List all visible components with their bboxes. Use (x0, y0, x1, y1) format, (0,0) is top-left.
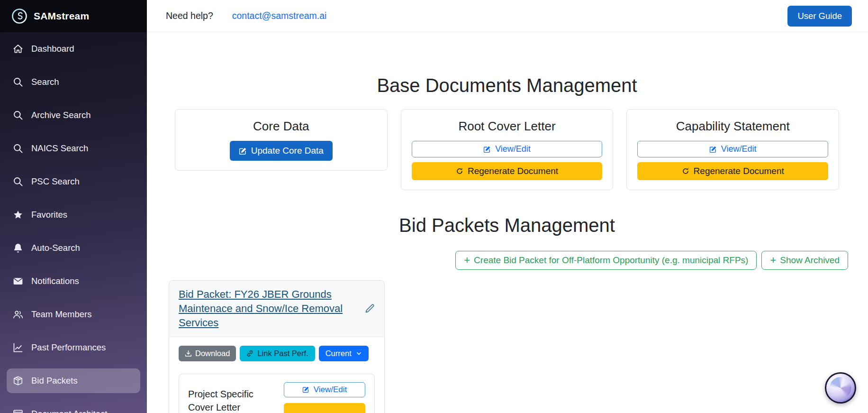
view-edit-label: View/Edit (495, 144, 531, 154)
content-container: Base Documents Management Core Data Upda… (166, 74, 848, 413)
project-cover-letter-buttons: View/Edit (284, 382, 365, 413)
contact-email-link[interactable]: contact@samstream.ai (232, 10, 327, 21)
bid-packet-body: Download Link Past Perf. Current (169, 337, 384, 413)
box-icon (13, 376, 23, 386)
download-label: Download (195, 349, 230, 358)
link-icon (246, 350, 253, 357)
refresh-icon (682, 167, 689, 175)
regenerate-label: Regenerate Document (468, 166, 558, 176)
search-icon (13, 110, 23, 120)
chart-icon (13, 342, 23, 353)
sidebar-item-label: Notifications (31, 276, 79, 286)
bid-packet-action-buttons: Download Link Past Perf. Current (179, 346, 375, 361)
core-data-card: Core Data Update Core Data (175, 109, 388, 171)
root-cover-letter-regenerate-button[interactable]: Regenerate Document (412, 162, 603, 180)
sidebar-item-past-performances[interactable]: Past Performances (0, 331, 147, 364)
plus-icon: + (464, 255, 470, 266)
brand[interactable]: SAMstream (0, 0, 147, 32)
refresh-icon (456, 167, 463, 175)
create-bid-packet-label: Create Bid Packet for Off-Platform Oppor… (474, 255, 748, 266)
project-cover-letter-view-edit-button[interactable]: View/Edit (284, 382, 365, 397)
plus-icon: + (770, 255, 776, 266)
core-data-card-title: Core Data (186, 119, 377, 134)
create-bid-packet-button[interactable]: + Create Bid Packet for Off-Platform Opp… (455, 251, 757, 270)
view-edit-label: View/Edit (721, 144, 757, 154)
sidebar-item-label: Auto-Search (31, 243, 80, 253)
sidebar-item-label: Dashboard (31, 44, 74, 54)
caret-down-icon (356, 350, 362, 357)
pencil-square-icon (709, 146, 717, 153)
sidebar-item-label: Past Performances (31, 342, 106, 353)
envelope-icon (13, 276, 23, 286)
status-dropdown[interactable]: Current (319, 346, 369, 361)
sidebar-item-label: Team Members (31, 309, 91, 320)
capability-statement-regenerate-button[interactable]: Regenerate Document (637, 162, 828, 180)
show-archived-label: Show Archived (780, 255, 840, 266)
edit-title-pencil-icon[interactable] (364, 303, 375, 314)
sidebar-item-team-members[interactable]: Team Members (0, 298, 147, 331)
pencil-square-icon (483, 146, 491, 153)
sidebar-item-label: Favorites (31, 210, 67, 220)
app-root: SAMstream DashboardSearchArchive SearchN… (0, 0, 868, 413)
sidebar-item-label: Archive Search (31, 110, 90, 120)
link-past-perf-button[interactable]: Link Past Perf. (240, 346, 315, 361)
star-icon (13, 210, 23, 220)
topbar: Need help? contact@samstream.ai User Gui… (147, 0, 868, 32)
bell-icon (13, 243, 23, 253)
download-icon (185, 350, 192, 357)
sidebar-item-label: NAICS Search (31, 143, 88, 154)
sidebar-menu: DashboardSearchArchive SearchNAICS Searc… (0, 32, 147, 413)
capability-statement-card: Capability Statement View/Edit Regenerat… (626, 109, 839, 190)
sidebar-item-search[interactable]: Search (0, 65, 147, 99)
sidebar: SAMstream DashboardSearchArchive SearchN… (0, 0, 147, 413)
sidebar-item-bid-packets[interactable]: Bid Packets (0, 364, 147, 397)
update-core-data-label: Update Core Data (251, 146, 324, 156)
update-core-data-button[interactable]: Update Core Data (230, 141, 333, 161)
sidebar-item-psc-search[interactable]: PSC Search (0, 165, 147, 198)
sidebar-item-favorites[interactable]: Favorites (0, 198, 147, 231)
download-button[interactable]: Download (179, 346, 236, 361)
sidebar-item-label: Search (31, 77, 59, 87)
need-help-text: Need help? (166, 10, 213, 21)
search-icon (13, 143, 23, 154)
status-label: Current (326, 349, 352, 358)
capability-statement-view-edit-button[interactable]: View/Edit (637, 141, 828, 157)
root-cover-letter-title: Root Cover Letter (412, 119, 603, 134)
view-edit-label: View/Edit (314, 385, 347, 395)
bid-packets-actions: + Create Bid Packet for Off-Platform Opp… (166, 251, 848, 270)
sidebar-item-archive-search[interactable]: Archive Search (0, 99, 147, 132)
search-icon (13, 77, 23, 87)
bid-packets-title: Bid Packets Management (166, 214, 848, 237)
show-archived-button[interactable]: + Show Archived (761, 251, 848, 270)
base-documents-title: Base Documents Management (166, 74, 848, 97)
regenerate-label: Regenerate Document (694, 166, 784, 176)
sidebar-item-naics-search[interactable]: NAICS Search (0, 132, 147, 165)
project-cover-letter-label: Project Specific Cover Letter (188, 382, 278, 413)
sidebar-item-label: Bid Packets (31, 376, 78, 386)
bid-packet-header: Bid Packet: FY26 JBER Grounds Maintenace… (169, 281, 384, 337)
home-icon (13, 44, 23, 54)
sidebar-item-dashboard[interactable]: Dashboard (0, 32, 147, 65)
sidebar-item-label: PSC Search (31, 176, 80, 187)
base-documents-cards: Core Data Update Core Data Root Cover Le… (166, 109, 848, 190)
sidebar-item-label: Document Architect (31, 409, 107, 413)
pencil-square-icon (239, 147, 247, 155)
sidebar-item-document-architect[interactable]: Document Architect (0, 397, 147, 413)
search-icon (13, 176, 23, 187)
bid-packet-link[interactable]: Bid Packet: FY26 JBER Grounds Maintenace… (179, 287, 359, 330)
capability-statement-title: Capability Statement (637, 119, 828, 134)
sidebar-item-auto-search[interactable]: Auto-Search (0, 231, 147, 265)
project-cover-letter-regenerate-button[interactable] (284, 403, 365, 413)
user-guide-button[interactable]: User Guide (787, 6, 852, 27)
main-content: Base Documents Management Core Data Upda… (147, 32, 868, 413)
pencil-square-icon (302, 386, 309, 393)
assistant-widget[interactable] (825, 372, 856, 404)
samstream-logo-icon (11, 8, 27, 24)
link-past-perf-label: Link Past Perf. (257, 349, 308, 358)
root-cover-letter-view-edit-button[interactable]: View/Edit (412, 141, 603, 157)
sidebar-item-notifications[interactable]: Notifications (0, 265, 147, 298)
window-icon (13, 409, 23, 413)
brand-name: SAMstream (34, 10, 89, 22)
project-cover-letter-row: Project Specific Cover Letter View/Edit (179, 374, 375, 413)
people-icon (13, 309, 23, 320)
